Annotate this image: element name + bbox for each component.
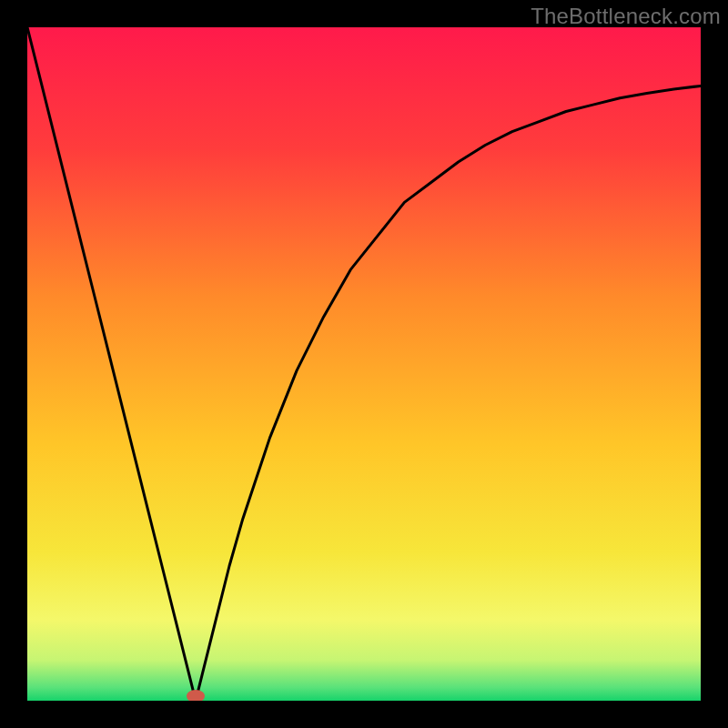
chart-svg	[27, 27, 701, 701]
chart-frame: TheBottleneck.com	[0, 0, 728, 728]
gradient-background	[27, 27, 701, 701]
plot-area	[27, 27, 701, 701]
attribution-label: TheBottleneck.com	[531, 4, 721, 29]
